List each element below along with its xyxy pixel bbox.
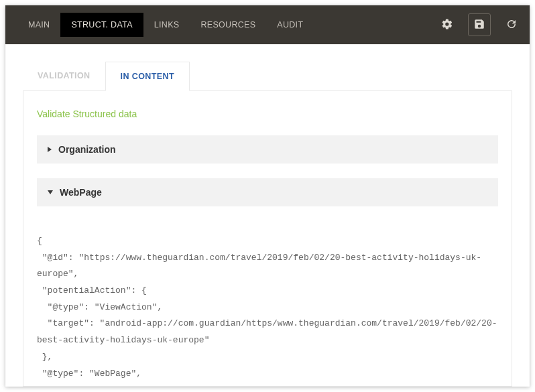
json-code-block: { "@id": "https://www.theguardian.com/tr… [37,221,498,387]
accordion-organization[interactable]: Organization [37,135,498,164]
nav-tab-audit[interactable]: AUDIT [266,13,314,37]
panel: Validate Structured data Organization We… [23,91,512,387]
subtab-in-content[interactable]: IN CONTENT [105,62,190,91]
nav-tab-links[interactable]: LINKS [143,13,190,37]
chevron-down-icon [48,190,53,194]
top-nav: MAIN STRUCT. DATA LINKS RESOURCES AUDIT [5,5,530,44]
app-frame: MAIN STRUCT. DATA LINKS RESOURCES AUDIT [5,5,530,387]
save-button[interactable] [468,13,491,36]
accordion-organization-title: Organization [58,144,116,155]
top-icons [436,13,523,36]
refresh-button[interactable] [500,13,523,36]
accordion: Organization WebPage { "@id": "https://w… [37,135,498,387]
accordion-webpage[interactable]: WebPage [37,178,498,206]
nav-tab-struct-data[interactable]: STRUCT. DATA [60,13,143,37]
nav-tab-main[interactable]: MAIN [17,13,60,37]
chevron-right-icon [48,147,52,152]
subtab-validation[interactable]: VALIDATION [23,62,105,90]
subtabs-wrapper: VALIDATION IN CONTENT [23,62,512,91]
content-area: VALIDATION IN CONTENT Validate Structure… [5,44,530,387]
nav-tab-resources[interactable]: RESOURCES [190,13,266,37]
gear-icon [441,18,453,32]
validate-structured-data-link[interactable]: Validate Structured data [37,109,498,119]
subtabs: VALIDATION IN CONTENT [23,62,512,91]
nav-tabs: MAIN STRUCT. DATA LINKS RESOURCES AUDIT [17,5,314,44]
settings-button[interactable] [436,13,459,36]
save-icon [473,18,485,32]
accordion-webpage-title: WebPage [60,187,102,198]
refresh-icon [506,18,518,32]
